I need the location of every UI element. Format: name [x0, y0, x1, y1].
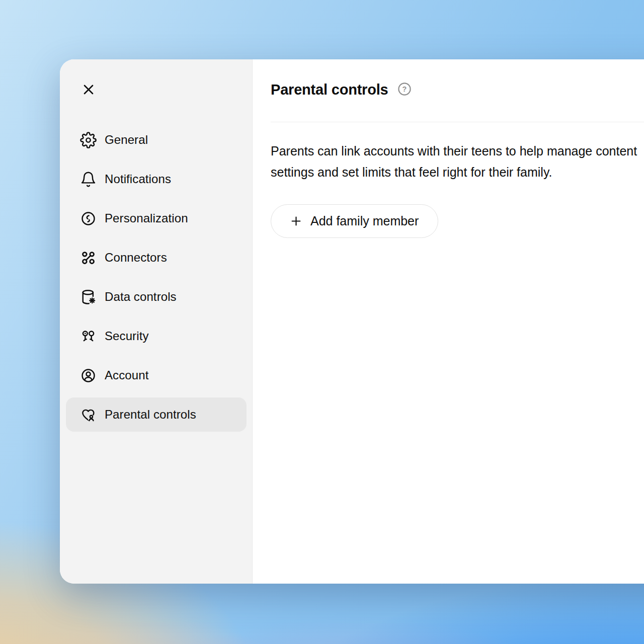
sidebar-item-label: Security: [105, 329, 149, 343]
gear-icon: [79, 131, 97, 148]
help-button[interactable]: ?: [397, 82, 412, 97]
sidebar-item-connectors[interactable]: Connectors: [66, 240, 247, 275]
sidebar-item-label: Data controls: [105, 290, 177, 304]
sidebar-item-account[interactable]: Account: [66, 358, 247, 392]
sidebar-item-label: Personalization: [105, 211, 188, 225]
settings-sidebar: General Notifications: [60, 59, 253, 584]
page-title: Parental controls: [271, 82, 388, 98]
heart-person-icon: [79, 406, 97, 423]
sidebar-item-label: Account: [105, 368, 148, 382]
sidebar-item-label: Connectors: [105, 251, 167, 265]
add-family-member-label: Add family member: [310, 214, 419, 228]
keys-icon: [79, 328, 97, 345]
sidebar-item-parental-controls[interactable]: Parental controls: [66, 397, 247, 432]
sidebar-item-label: Parental controls: [105, 408, 196, 422]
add-family-member-button[interactable]: Add family member: [271, 204, 438, 238]
sidebar-item-general[interactable]: General: [66, 123, 247, 157]
close-icon: [80, 82, 97, 99]
user-circle-icon: [79, 367, 97, 384]
connectors-icon: [79, 249, 97, 266]
description-line: Parents can link accounts with their tee…: [271, 140, 644, 162]
sidebar-item-notifications[interactable]: Notifications: [66, 162, 247, 196]
sidebar-item-data-controls[interactable]: Data controls: [66, 280, 247, 314]
help-circle-icon: ?: [397, 82, 412, 98]
header-divider: [271, 122, 644, 122]
description-text: Parents can link accounts with their tee…: [271, 140, 644, 183]
bell-icon: [79, 171, 97, 188]
parental-controls-panel: Parental controls ? Parents can link acc…: [253, 59, 644, 584]
sidebar-item-label: General: [105, 133, 148, 147]
panel-header: Parental controls ?: [271, 59, 644, 98]
sidebar-nav: General Notifications: [60, 59, 252, 432]
sidebar-item-label: Notifications: [105, 172, 171, 186]
svg-text:?: ?: [402, 85, 407, 93]
close-button[interactable]: [79, 80, 98, 100]
sidebar-item-security[interactable]: Security: [66, 319, 247, 353]
settings-dialog: General Notifications: [60, 59, 644, 584]
sidebar-item-personalization[interactable]: Personalization: [66, 201, 247, 235]
personalization-icon: [79, 210, 97, 227]
database-gear-icon: [79, 288, 97, 305]
description-line: settings and set limits that feel right …: [271, 162, 644, 183]
plus-icon: [289, 214, 303, 228]
